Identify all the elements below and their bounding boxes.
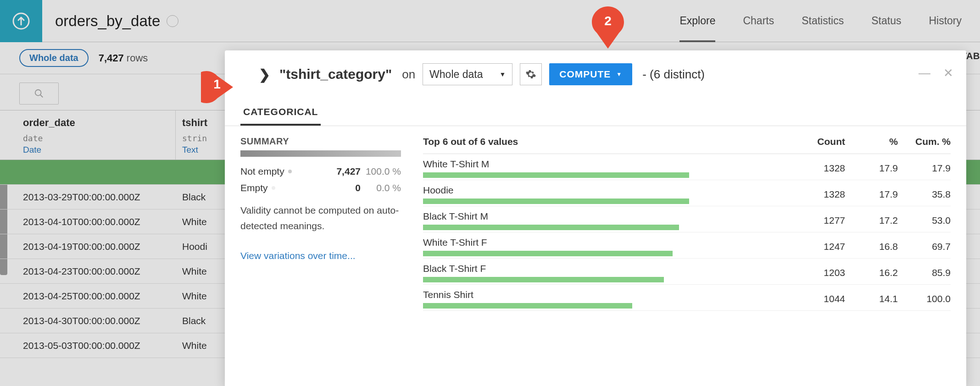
- summary-section: SUMMARY Not empty 7,427 100.0 % Empty 0 …: [240, 136, 401, 311]
- svg-point-1: [35, 90, 41, 96]
- search-icon: [34, 88, 44, 99]
- caret-down-icon: ▼: [616, 71, 622, 77]
- close-icon[interactable]: ✕: [943, 66, 953, 80]
- refresh-icon[interactable]: [167, 15, 178, 27]
- on-label: on: [402, 67, 415, 82]
- column-analysis-panel: ❯ "tshirt_category" on Whole data▼ COMPU…: [225, 50, 966, 386]
- scope-dropdown[interactable]: Whole data▼: [423, 63, 512, 85]
- distinct-count: - (6 distinct): [642, 67, 705, 82]
- app-header: orders_by_date Explore Charts Statistics…: [0, 0, 980, 42]
- categorical-tab[interactable]: CATEGORICAL: [240, 103, 321, 126]
- summary-not-empty: Not empty 7,427 100.0 %: [240, 163, 401, 180]
- value-row[interactable]: White T-Shirt F124716.869.7: [423, 232, 951, 259]
- app-logo[interactable]: [0, 0, 42, 42]
- upload-circle-icon: [10, 10, 32, 32]
- row-count: 7,427 rows: [99, 52, 148, 64]
- value-row[interactable]: Hoodie132817.935.8: [423, 180, 951, 206]
- column-header-order-date[interactable]: order_date date Date: [0, 110, 176, 160]
- values-section: Top 6 out of 6 values Count % Cum. % Whi…: [423, 136, 951, 311]
- value-row[interactable]: White T-Shirt M132817.917.9: [423, 154, 951, 180]
- value-row[interactable]: Black T-Shirt F120316.285.9: [423, 259, 951, 285]
- column-search-input[interactable]: [19, 83, 59, 105]
- value-row[interactable]: Tennis Shirt104414.1100.0: [423, 285, 951, 311]
- summary-title: SUMMARY: [240, 136, 401, 147]
- values-header: Top 6 out of 6 values Count % Cum. %: [423, 136, 951, 154]
- chevron-right-icon: ❯: [259, 66, 270, 83]
- whole-data-pill[interactable]: Whole data: [19, 49, 89, 67]
- tab-history[interactable]: History: [929, 15, 962, 27]
- tab-statistics[interactable]: Statistics: [802, 15, 844, 27]
- tab-status[interactable]: Status: [871, 15, 901, 27]
- summary-empty: Empty 0 0.0 %: [240, 180, 401, 196]
- dataset-title: orders_by_date: [55, 12, 160, 30]
- svg-line-2: [40, 95, 43, 98]
- summary-bar: [240, 150, 401, 157]
- column-name: "tshirt_category": [279, 66, 392, 82]
- settings-button[interactable]: [520, 63, 542, 85]
- minimize-icon[interactable]: —: [919, 66, 930, 80]
- gear-icon: [525, 69, 536, 80]
- view-variations-link[interactable]: View variations over time...: [240, 250, 401, 261]
- caret-down-icon: ▼: [499, 71, 506, 78]
- tab-charts[interactable]: Charts: [743, 15, 774, 27]
- top-nav: Explore Charts Statistics Status History: [679, 15, 962, 27]
- summary-note: Validity cannot be computed on auto-dete…: [240, 203, 401, 234]
- compute-button[interactable]: COMPUTE▼: [549, 63, 632, 85]
- tab-explore[interactable]: Explore: [679, 15, 715, 27]
- value-row[interactable]: Black T-Shirt M127717.253.0: [423, 206, 951, 232]
